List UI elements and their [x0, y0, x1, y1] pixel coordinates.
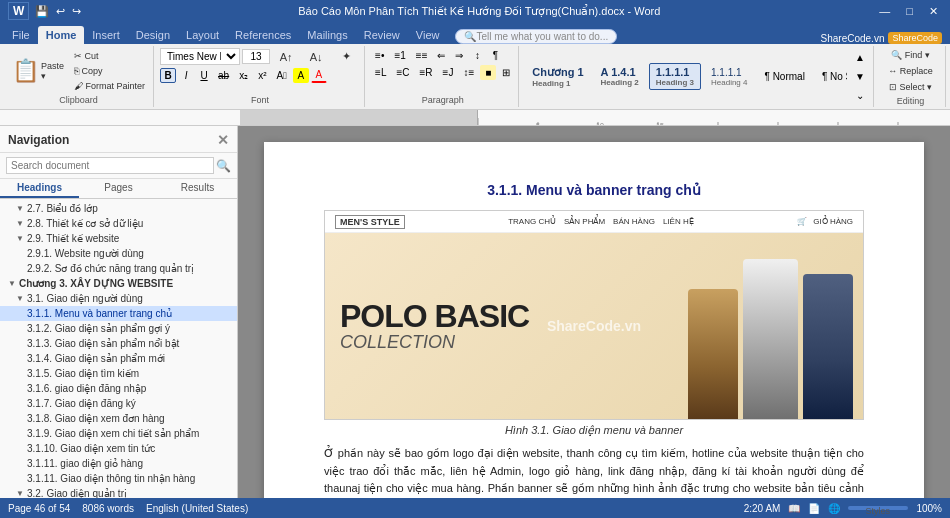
nav-tabs: Headings Pages Results [0, 179, 237, 199]
nav-search-input[interactable] [6, 157, 214, 174]
nav-item-12[interactable]: 3.1.6. giao diện đăng nhập [0, 381, 237, 396]
font-family-select[interactable]: Times New R... [160, 48, 240, 65]
format-painter-btn[interactable]: 🖌 Format Painter [70, 79, 149, 93]
undo-btn[interactable]: ↩ [54, 4, 67, 19]
font-content: Times New R... A↑ A↓ ✦ B I U ab x₂ x² A⃝… [160, 48, 360, 93]
nav-item-13[interactable]: 3.1.7. Giao diện đăng ký [0, 396, 237, 411]
tab-insert[interactable]: Insert [84, 26, 128, 44]
doc-page[interactable]: 3.1.1. Menu và banner trang chủ MEN'S ST… [264, 142, 924, 498]
cut-btn[interactable]: ✂ Cut [70, 49, 149, 63]
nav-item-7[interactable]: 3.1.1. Menu và banner trang chủ [0, 306, 237, 321]
tab-references[interactable]: References [227, 26, 299, 44]
select-btn[interactable]: ⊡ Select ▾ [885, 80, 936, 94]
save-quick-btn[interactable]: 💾 [33, 4, 51, 19]
strikethrough-btn[interactable]: ab [214, 68, 233, 83]
nav-search-icon[interactable]: 🔍 [216, 159, 231, 173]
align-center-btn[interactable]: ≡C [392, 65, 413, 80]
shading-btn[interactable]: ■ [480, 65, 496, 80]
replace-btn[interactable]: ↔ Replace [884, 64, 937, 78]
nav-item-2[interactable]: ▼2.9. Thiết kế website [0, 231, 237, 246]
nav-close-btn[interactable]: ✕ [217, 132, 229, 148]
maximize-btn[interactable]: □ [902, 5, 917, 18]
tab-file[interactable]: File [4, 26, 38, 44]
view-read-btn[interactable]: 📖 [788, 503, 800, 514]
style-heading2-btn[interactable]: A 1.4.1 Heading 2 [594, 63, 646, 90]
redo-btn[interactable]: ↪ [70, 4, 83, 19]
tab-design[interactable]: Design [128, 26, 178, 44]
text-highlight-btn[interactable]: A [293, 68, 309, 83]
nav-item-19[interactable]: ▼3.2. Giao diện quản trị [0, 486, 237, 498]
justify-btn[interactable]: ≡J [439, 65, 458, 80]
bullets-btn[interactable]: ≡• [371, 48, 388, 63]
show-hide-btn[interactable]: ¶ [487, 48, 503, 63]
multilevel-btn[interactable]: ≡≡ [412, 48, 432, 63]
editing-content: 🔍 Find ▾ ↔ Replace ⊡ Select ▾ [884, 48, 937, 94]
search-bar[interactable]: 🔍 Tell me what you want to do... [455, 29, 617, 44]
tab-review[interactable]: Review [356, 26, 408, 44]
paste-btn[interactable]: 📋 Paste ▾ [8, 56, 68, 86]
italic-btn[interactable]: I [178, 68, 194, 83]
font-size-inc[interactable]: A↑ [272, 50, 300, 64]
tab-view[interactable]: View [408, 26, 448, 44]
sort-btn[interactable]: ↕ [469, 48, 485, 63]
nav-item-4[interactable]: 2.9.2. Sơ đồ chức năng trang quản trị [0, 261, 237, 276]
view-web-btn[interactable]: 🌐 [828, 503, 840, 514]
nav-item-0[interactable]: ▼2.7. Biểu đồ lớp [0, 201, 237, 216]
time-display: 2:20 AM [744, 503, 781, 514]
numbering-btn[interactable]: ≡1 [390, 48, 409, 63]
nav-item-17[interactable]: 3.1.11. giao diện giỏ hàng [0, 456, 237, 471]
borders-btn[interactable]: ⊞ [498, 65, 514, 80]
nav-title: Navigation [8, 133, 69, 147]
nav-item-16[interactable]: 3.1.10. Giao diện xem tin tức [0, 441, 237, 456]
text-effects-btn[interactable]: A⃝ [273, 68, 291, 83]
nav-item-5[interactable]: ▼Chương 3. XÂY DỰNG WEBSITE [0, 276, 237, 291]
increase-indent-btn[interactable]: ⇒ [451, 48, 467, 63]
align-left-btn[interactable]: ≡L [371, 65, 390, 80]
font-color-btn[interactable]: A [311, 67, 327, 83]
copy-btn[interactable]: ⎘ Copy [70, 64, 149, 78]
line-spacing-btn[interactable]: ↕≡ [459, 65, 478, 80]
superscript-btn[interactable]: x² [254, 68, 270, 83]
nav-item-10[interactable]: 3.1.4. Giao diện sản phẩm mới [0, 351, 237, 366]
nav-item-1[interactable]: ▼2.8. Thiết kế cơ sở dữ liệu [0, 216, 237, 231]
clear-format-btn[interactable]: ✦ [332, 49, 360, 64]
subscript-btn[interactable]: x₂ [235, 68, 252, 83]
nav-arrow-19: ▼ [16, 489, 24, 498]
nav-item-6[interactable]: ▼3.1. Giao diện người dùng [0, 291, 237, 306]
style-nospace-btn[interactable]: ¶ No Spac... [815, 68, 847, 85]
nav-item-15[interactable]: 3.1.9. Giao diện xem chi tiết sản phẩm [0, 426, 237, 441]
style-heading4-btn[interactable]: 1.1.1.1 Heading 4 [704, 64, 754, 90]
nav-tab-headings[interactable]: Headings [0, 179, 79, 198]
tab-mailings[interactable]: Mailings [299, 26, 355, 44]
doc-figure: MEN'S STYLE TRANG CHỦ SẢN PHẨM BÁN HÀNG … [324, 210, 864, 437]
shop-logo: MEN'S STYLE [335, 215, 405, 229]
nav-item-14[interactable]: 3.1.8. Giao diện xem đơn hàng [0, 411, 237, 426]
nav-item-3[interactable]: 2.9.1. Website người dùng [0, 246, 237, 261]
font-size-dec[interactable]: A↓ [302, 50, 330, 64]
bold-btn[interactable]: B [160, 68, 176, 83]
style-normal-btn[interactable]: ¶ Normal [758, 68, 812, 85]
styles-scroll-down[interactable]: ▼ [851, 69, 869, 84]
view-print-btn[interactable]: 📄 [808, 503, 820, 514]
nav-item-8[interactable]: 3.1.2. Giao diện sản phẩm gợi ý [0, 321, 237, 336]
nav-tab-results[interactable]: Results [158, 179, 237, 198]
find-btn[interactable]: 🔍 Find ▾ [887, 48, 934, 62]
tab-layout[interactable]: Layout [178, 26, 227, 44]
style-heading3-btn[interactable]: 1.1.1.1 Heading 3 [649, 63, 701, 90]
tab-home[interactable]: Home [38, 26, 85, 44]
close-btn[interactable]: ✕ [925, 5, 942, 18]
styles-more[interactable]: ⌄ [851, 88, 869, 103]
nav-item-11[interactable]: 3.1.5. Giao diện tìm kiếm [0, 366, 237, 381]
decrease-indent-btn[interactable]: ⇐ [433, 48, 449, 63]
nav-item-9[interactable]: 3.1.3. Giao diện sản phẩm nổi bật [0, 336, 237, 351]
nav-tab-pages[interactable]: Pages [79, 179, 158, 198]
styles-scroll-up[interactable]: ▲ [851, 50, 869, 65]
underline-btn[interactable]: U [196, 68, 212, 83]
nav-contact: LIÊN HỆ [663, 217, 694, 226]
paragraph-label: Paragraph [422, 93, 464, 105]
minimize-btn[interactable]: — [875, 5, 894, 18]
style-heading1-btn[interactable]: Chương 1 Heading 1 [525, 63, 590, 91]
font-size-input[interactable] [242, 49, 270, 64]
nav-item-18[interactable]: 3.1.11. Giao diện thông tin nhận hàng [0, 471, 237, 486]
align-right-btn[interactable]: ≡R [416, 65, 437, 80]
